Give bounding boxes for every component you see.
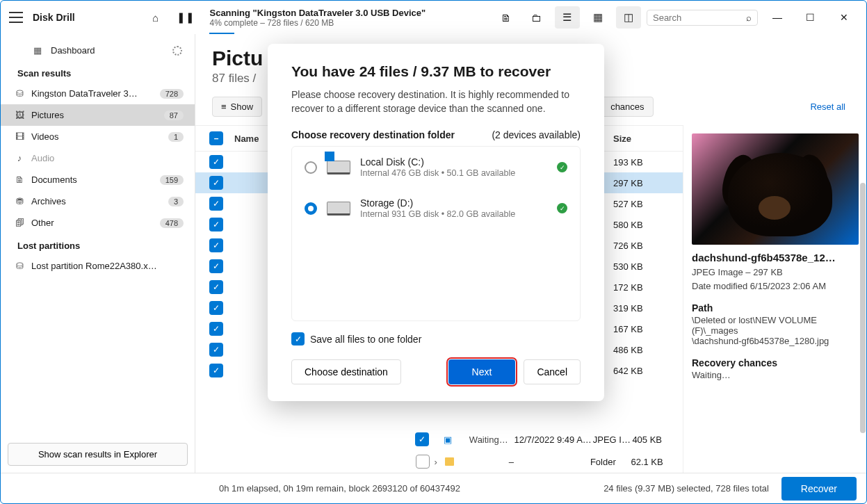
destination-detail: Internal 476 GB disk • 50.1 GB available [360,168,515,178]
destination-detail: Internal 931 GB disk • 82.0 GB available [360,209,515,219]
destination-list: Local Disk (C:) Internal 476 GB disk • 5… [291,146,581,321]
status-ok-icon: ✓ [557,203,567,213]
destination-name: Local Disk (C:) [360,156,515,168]
save-all-checkbox[interactable]: ✓ [291,332,305,346]
destination-name: Storage (D:) [360,197,515,209]
drive-icon [327,202,350,216]
modal-description: Please choose recovery destination. It i… [291,88,581,115]
radio-unselected[interactable] [305,161,317,174]
drive-icon [327,161,350,174]
radio-selected[interactable] [305,202,317,215]
choose-destination-button[interactable]: Choose destination [291,359,401,384]
next-button[interactable]: Next [448,359,516,384]
cancel-button[interactable]: Cancel [524,359,581,384]
modal-title: You have 24 files / 9.37 MB to recover [291,63,581,80]
save-all-label: Save all files to one folder [310,334,421,345]
recovery-destination-modal: You have 24 files / 9.37 MB to recover P… [268,44,604,401]
destination-option-c[interactable]: Local Disk (C:) Internal 476 GB disk • 5… [292,147,580,188]
modal-subheading: Choose recovery destination folder [291,129,455,140]
destination-option-d[interactable]: Storage (D:) Internal 931 GB disk • 82.0… [292,188,580,229]
devices-available: (2 devices available) [492,129,581,140]
status-ok-icon: ✓ [557,162,567,172]
